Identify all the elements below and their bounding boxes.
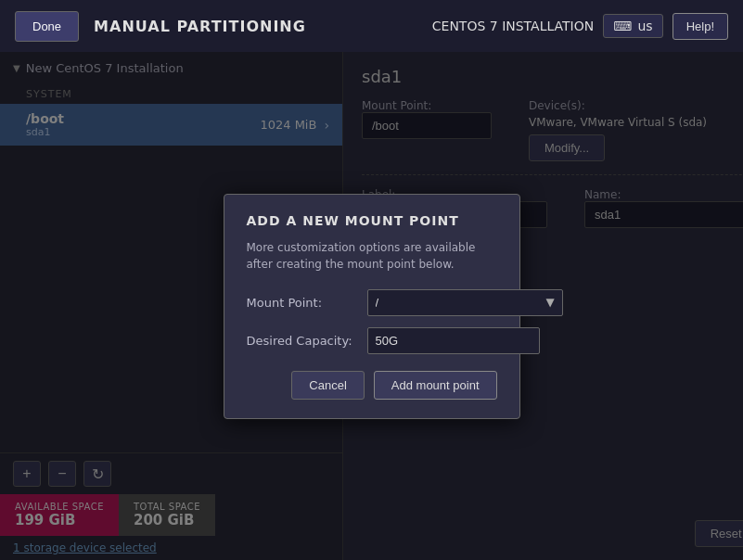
add-mount-point-modal: ADD A NEW MOUNT POINT More customization… [224, 194, 520, 419]
modal-title: ADD A NEW MOUNT POINT [247, 213, 497, 228]
modal-description: More customization options are available… [247, 239, 497, 273]
keyboard-icon: ⌨ [613, 19, 632, 33]
modal-mount-point-input[interactable] [368, 290, 539, 315]
done-button[interactable]: Done [15, 11, 79, 42]
app-title: MANUAL PARTITIONING [94, 18, 306, 35]
modal-capacity-row: Desired Capacity: [247, 327, 497, 354]
modal-buttons: Cancel Add mount point [247, 371, 497, 400]
modal-mount-point-label: Mount Point: [247, 296, 367, 310]
cancel-button[interactable]: Cancel [291, 371, 364, 400]
keyboard-lang-selector[interactable]: ⌨ us [603, 14, 662, 38]
top-bar-right: CENTOS 7 INSTALLATION ⌨ us Help! [432, 13, 728, 40]
top-bar: Done MANUAL PARTITIONING CENTOS 7 INSTAL… [0, 0, 743, 52]
modal-overlay: ADD A NEW MOUNT POINT More customization… [0, 52, 743, 560]
keyboard-lang: us [637, 19, 652, 33]
centos-title: CENTOS 7 INSTALLATION [432, 19, 594, 33]
help-button[interactable]: Help! [673, 13, 728, 40]
modal-capacity-input[interactable] [367, 327, 540, 354]
modal-dropdown-icon[interactable]: ▼ [539, 296, 562, 309]
modal-mount-point-row: Mount Point: ▼ [247, 289, 497, 316]
main-layout: ▼ New CentOS 7 Installation SYSTEM /boot… [0, 52, 743, 560]
modal-mount-point-input-wrap: ▼ [367, 289, 563, 316]
modal-capacity-label: Desired Capacity: [247, 334, 367, 348]
add-mount-point-button[interactable]: Add mount point [374, 371, 497, 400]
